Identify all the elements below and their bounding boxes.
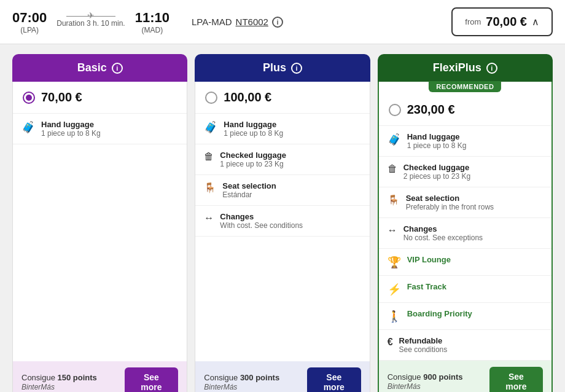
flexi-seat-title: Seat selection — [406, 194, 494, 203]
departure-time: 07:00 — [12, 10, 47, 26]
plus-card-body: 100,00 € 🧳 Hand luggage 1 piece up to 8 … — [195, 82, 370, 392]
flexi-hand-luggage-text: Hand luggage 1 piece up to 8 Kg — [407, 132, 467, 150]
basic-points-text: Consigue 150 points BinterMás — [21, 373, 120, 391]
plus-hand-luggage-sub: 1 piece up to 8 Kg — [224, 129, 283, 138]
flexi-brand: BinterMás — [388, 382, 421, 391]
duration-block: Duration 3 h. 10 min. — [56, 16, 125, 28]
main-content: Basic i 70,00 € 🧳 Hand luggage 1 piece u… — [0, 44, 565, 392]
flight-arrow — [66, 16, 115, 17]
arrival-time: 11:10 — [135, 10, 170, 26]
basic-see-more-button[interactable]: See more — [125, 367, 179, 392]
flexi-price-row[interactable]: 230,00 € — [379, 94, 551, 126]
flexi-checked-luggage-text: Checked luggage 2 pieces up to 23 Kg — [403, 163, 470, 181]
plus-card-header: Plus i — [195, 54, 370, 82]
plus-radio[interactable] — [205, 92, 217, 104]
flexi-hand-luggage-icon: 🧳 — [388, 133, 401, 146]
plus-price: 100,00 € — [224, 90, 271, 104]
plus-seat-title: Seat selection — [222, 181, 276, 190]
plus-changes: ↔ Changes With cost. See conditions — [195, 206, 369, 237]
flexi-fast-track-text: Fast Track — [407, 282, 446, 291]
basic-card-header: Basic i — [12, 54, 187, 82]
flexi-checked-luggage-icon: 🗑 — [388, 163, 397, 174]
plus-changes-text: Changes With cost. See conditions — [220, 212, 303, 230]
flight-info-icon[interactable]: i — [272, 17, 283, 28]
flexi-vip-text: VIP Lounge — [407, 255, 451, 264]
flexi-card-header: FlexiPlus i — [378, 54, 553, 82]
flexi-hand-luggage-sub: 1 piece up to 8 Kg — [407, 141, 467, 150]
duration-label: Duration 3 h. 10 min. — [56, 19, 125, 28]
flexi-fast-track: ⚡ Fast Track — [379, 276, 551, 303]
flexi-bottom: Consigue 900 points BinterMás See more — [379, 361, 551, 392]
plus-hand-luggage-title: Hand luggage — [224, 120, 283, 129]
chevron-up-icon: ∧ — [532, 16, 539, 28]
basic-price-row[interactable]: 70,00 € — [13, 82, 187, 114]
plus-seat-selection: 🪑 Seat selection Estándar — [195, 175, 369, 206]
plus-changes-title: Changes — [220, 212, 303, 221]
price-from-label: from — [465, 17, 481, 26]
flexi-seat-selection: 🪑 Seat selection Preferably in the front… — [379, 187, 551, 218]
flexi-refundable-icon: € — [388, 337, 393, 348]
flexi-changes-icon: ↔ — [388, 225, 397, 236]
flexi-hand-luggage: 🧳 Hand luggage 1 piece up to 8 Kg — [379, 126, 551, 157]
flexi-boarding-priority: 🚶 Boarding Priority — [379, 303, 551, 330]
flexi-boarding-title: Boarding Priority — [407, 309, 472, 318]
basic-bottom: Consigue 150 points BinterMás See more — [13, 361, 187, 392]
plus-changes-icon: ↔ — [204, 213, 214, 224]
basic-brand: BinterMás — [21, 383, 55, 391]
basic-points-row: Consigue 150 points BinterMás See more — [13, 361, 187, 392]
flexi-boarding-icon: 🚶 — [388, 310, 401, 323]
plus-info-icon[interactable]: i — [291, 63, 302, 74]
plus-points-row: Consigue 300 points BinterMás See more — [195, 361, 369, 392]
departure-block: 07:00 (LPA) — [12, 10, 47, 34]
flexi-checked-luggage-title: Checked luggage — [403, 163, 470, 172]
plus-card: Plus i 100,00 € 🧳 Hand luggage 1 piece u… — [195, 54, 370, 392]
flexi-refundable: € Refundable See conditions — [379, 330, 551, 361]
flight-number[interactable]: NT6002 — [236, 17, 268, 27]
flexi-boarding-text: Boarding Priority — [407, 309, 472, 318]
flexi-changes-text: Changes No cost. See exceptions — [403, 224, 483, 242]
flexi-vip-lounge: 🏆 VIP Lounge — [379, 249, 551, 276]
price-from-value: 70,00 € — [486, 15, 527, 29]
plus-seat-sub: Estándar — [222, 190, 276, 199]
flexi-info-icon[interactable]: i — [486, 63, 497, 74]
flexi-vip-icon: 🏆 — [388, 256, 401, 269]
arrival-airport: (MAD) — [135, 26, 170, 34]
plus-price-row[interactable]: 100,00 € — [195, 82, 369, 114]
flexi-changes-title: Changes — [403, 224, 483, 233]
flexi-hand-luggage-title: Hand luggage — [407, 132, 467, 141]
plus-points-value: 300 points — [240, 373, 279, 382]
flexi-changes: ↔ Changes No cost. See exceptions — [379, 218, 551, 249]
arrow-line — [66, 16, 115, 17]
flexi-see-more-button[interactable]: See more — [489, 367, 543, 392]
flexi-refundable-text: Refundable See conditions — [399, 336, 448, 354]
plus-seat-text: Seat selection Estándar — [222, 181, 276, 199]
hand-luggage-icon: 🧳 — [21, 120, 35, 134]
plus-hand-luggage: 🧳 Hand luggage 1 piece up to 8 Kg — [195, 114, 369, 144]
recommended-badge: RECOMMENDED — [429, 81, 501, 92]
flexi-vip-title: VIP Lounge — [407, 255, 451, 264]
flexi-radio[interactable] — [389, 104, 401, 116]
flexi-points-value: 900 points — [423, 372, 462, 382]
flight-info: 07:00 (LPA) Duration 3 h. 10 min. 11:10 … — [12, 10, 283, 34]
basic-price: 70,00 € — [41, 90, 82, 104]
basic-points-value: 150 points — [58, 373, 97, 382]
plus-bottom: Consigue 300 points BinterMás See more — [195, 361, 369, 392]
flexi-fast-track-icon: ⚡ — [388, 283, 401, 296]
flexi-card-body: RECOMMENDED 230,00 € 🧳 Hand luggage 1 pi… — [378, 82, 553, 392]
route-text: LPA-MAD — [192, 17, 232, 27]
basic-info-icon[interactable]: i — [112, 63, 123, 74]
basic-card: Basic i 70,00 € 🧳 Hand luggage 1 piece u… — [12, 54, 187, 392]
basic-radio[interactable] — [23, 92, 35, 104]
flexi-seat-sub: Preferably in the front rows — [406, 203, 494, 211]
flexi-seat-icon: 🪑 — [388, 194, 400, 206]
arrival-block: 11:10 (MAD) — [135, 10, 170, 34]
price-button[interactable]: from 70,00 € ∧ — [451, 7, 553, 36]
basic-card-body: 70,00 € 🧳 Hand luggage 1 piece up to 8 K… — [12, 82, 187, 392]
basic-title: Basic — [77, 61, 107, 74]
plus-see-more-button[interactable]: See more — [307, 367, 361, 392]
flexi-card: FlexiPlus i RECOMMENDED 230,00 € 🧳 Hand … — [378, 54, 553, 392]
flexi-points-text: Consigue 900 points BinterMás — [388, 372, 485, 391]
flexi-refundable-sub: See conditions — [399, 345, 448, 354]
flexi-refundable-title: Refundable — [399, 336, 448, 345]
plus-brand: BinterMás — [204, 383, 237, 391]
